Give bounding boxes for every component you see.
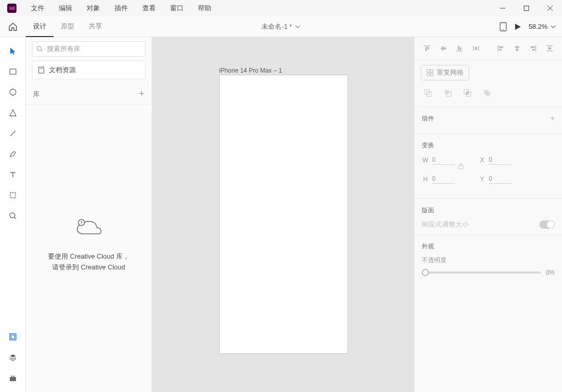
library-header-row: 库 + (26, 83, 152, 105)
play-icon (514, 23, 521, 30)
tool-artboard[interactable] (4, 186, 22, 204)
tool-ellipse[interactable] (4, 83, 22, 101)
text-icon (9, 171, 17, 179)
layers-icon (9, 353, 17, 362)
align-row (415, 37, 562, 60)
menu-help[interactable]: 帮助 (191, 0, 219, 16)
left-panel: 搜索所有库 文档资源 库 + 要使用 Creative Cloud 库， 请登录… (26, 37, 152, 392)
cc-message-line2: 请登录到 Creative Cloud (48, 262, 129, 273)
svg-rect-19 (39, 67, 44, 73)
minimize-button[interactable] (491, 0, 515, 16)
svg-rect-28 (442, 46, 443, 50)
menu-view[interactable]: 查看 (135, 0, 163, 16)
doc-assets-item[interactable]: 文档资源 (32, 61, 145, 79)
home-button[interactable] (0, 22, 26, 31)
align-left-button[interactable] (493, 41, 508, 56)
pen-icon (9, 150, 17, 158)
pointer-icon (9, 47, 17, 55)
maximize-button[interactable] (515, 0, 538, 16)
canvas[interactable]: iPhone 14 Pro Max – 1 (152, 37, 414, 392)
right-panel: 重复网格 组件 + 变换 W0 X0 (414, 37, 562, 392)
mode-prototype[interactable]: 原型 (54, 16, 81, 37)
layout-section: 版面 响应式调整大小 (415, 199, 562, 235)
boolop-subtract[interactable] (440, 86, 455, 100)
tool-text[interactable] (4, 166, 22, 183)
align-right-button[interactable] (526, 41, 540, 56)
boolop-add[interactable] (421, 86, 435, 100)
phone-icon (500, 22, 507, 31)
tool-rectangle[interactable] (4, 63, 22, 80)
distribute-h-button[interactable] (542, 41, 557, 56)
tool-zoom[interactable] (4, 207, 22, 225)
tool-line[interactable] (4, 125, 22, 142)
x-label: X (478, 157, 486, 164)
search-input[interactable]: 搜索所有库 (32, 41, 145, 57)
transform-label: 变换 (422, 141, 434, 150)
zoom-control[interactable]: 58.2% (528, 23, 556, 30)
libraries-empty-state: 要使用 Creative Cloud 库， 请登录到 Creative Clou… (26, 105, 152, 392)
rectangle-icon (9, 67, 17, 76)
height-field[interactable]: H0 (422, 174, 455, 184)
menu-plugins[interactable]: 插件 (107, 0, 135, 16)
add-library-button[interactable]: + (139, 89, 144, 99)
h-label: H (422, 176, 429, 183)
document-title[interactable]: 未命名-1 * (261, 22, 300, 31)
add-component-button[interactable]: + (550, 114, 555, 123)
svg-rect-14 (10, 377, 16, 381)
plugins-icon (9, 374, 17, 382)
responsive-toggle[interactable] (539, 220, 555, 229)
modebar-right: 58.2% (500, 22, 562, 31)
artboard[interactable] (219, 75, 348, 354)
artboard-icon (9, 191, 17, 199)
mode-design[interactable]: 设计 (26, 16, 54, 37)
svg-rect-16 (13, 376, 14, 377)
y-value: 0 (489, 174, 511, 184)
menu-window[interactable]: 窗口 (163, 0, 191, 16)
svg-rect-38 (499, 49, 502, 50)
align-vcenter-icon (439, 44, 448, 53)
menu-object[interactable]: 对象 (79, 0, 107, 16)
panel-libraries-button[interactable] (4, 328, 22, 346)
tool-pen[interactable] (4, 145, 22, 163)
align-top-icon (423, 44, 431, 53)
x-field[interactable]: X0 (478, 155, 511, 165)
svg-rect-32 (460, 47, 461, 50)
opacity-slider[interactable] (422, 271, 541, 274)
tool-select[interactable] (4, 42, 22, 60)
distribute-v-button[interactable] (469, 41, 483, 56)
search-icon (37, 46, 43, 52)
boolop-intersect[interactable] (460, 86, 474, 100)
width-field[interactable]: W0 (422, 155, 455, 165)
play-button[interactable] (514, 23, 521, 30)
mode-share[interactable]: 共享 (81, 16, 109, 37)
svg-rect-15 (11, 376, 12, 377)
svg-rect-37 (499, 46, 503, 48)
lock-aspect-button[interactable] (458, 162, 464, 169)
menu-file[interactable]: 文件 (24, 0, 52, 16)
grid-icon (426, 69, 434, 76)
align-hcenter-button[interactable] (510, 41, 524, 56)
align-top-button[interactable] (420, 41, 434, 56)
align-bottom-button[interactable] (453, 41, 467, 56)
svg-rect-35 (475, 47, 477, 50)
svg-rect-47 (548, 47, 551, 49)
h-value: 0 (432, 174, 455, 184)
align-vcenter-button[interactable] (436, 41, 451, 56)
cc-message-line1: 要使用 Creative Cloud 库， (48, 251, 129, 262)
artboard-label[interactable]: iPhone 14 Pro Max – 1 (219, 67, 282, 74)
repeat-grid-button[interactable]: 重复网格 (421, 65, 469, 80)
component-section: 组件 + (415, 107, 562, 134)
close-button[interactable] (538, 0, 562, 16)
cc-message: 要使用 Creative Cloud 库， 请登录到 Creative Clou… (48, 251, 129, 273)
distribute-h-icon (546, 44, 554, 53)
chevron-down-icon (551, 24, 556, 29)
panel-layers-button[interactable] (4, 349, 22, 366)
w-value: 0 (432, 155, 455, 165)
y-field[interactable]: Y0 (478, 174, 511, 184)
device-preview-button[interactable] (500, 22, 507, 31)
document-title-text: 未命名-1 * (261, 22, 292, 31)
menu-edit[interactable]: 编辑 (52, 0, 79, 16)
boolop-exclude[interactable] (480, 86, 494, 100)
tool-polygon[interactable] (4, 104, 22, 122)
panel-plugins-button[interactable] (4, 369, 22, 387)
